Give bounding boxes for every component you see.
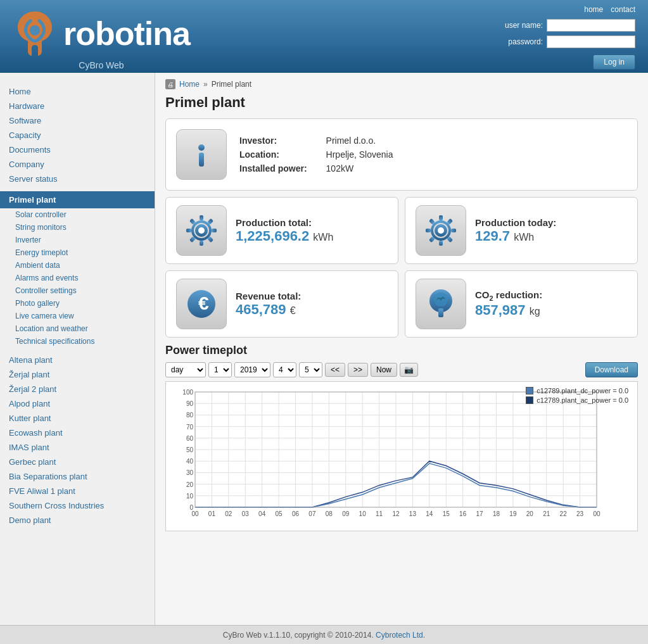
sidebar-link-home[interactable]: Home (0, 84, 155, 99)
password-input[interactable] (547, 35, 635, 48)
info-labels: Investor: Location: Installed power: (239, 136, 307, 174)
timeplot-title: Power timeplot (165, 344, 638, 357)
sidebar-active-item[interactable]: Primel plant (0, 191, 155, 208)
sidebar-sub-energy-timeplot[interactable]: Energy timeplot (0, 246, 155, 259)
info-i-icon (186, 139, 217, 170)
stats-grid: Production total: 1,225,696.2 kWh Produc… (165, 197, 638, 338)
footer-link[interactable]: Cybrotech Ltd. (376, 631, 425, 640)
svg-rect-16 (439, 241, 443, 246)
gear-icon (184, 213, 219, 248)
footer-text: CyBro Web v.1.1.10, copyright © 2010-201… (223, 631, 374, 640)
stat-label: Production today: (475, 217, 627, 228)
sidebar-sub-photo-gallery[interactable]: Photo gallery (0, 297, 155, 310)
stat-card-2: € Revenue total: 465,789 € (165, 270, 398, 338)
stat-label: CO2 reduction: (475, 289, 627, 302)
sidebar-plant-fve-aliwal-1-plant[interactable]: FVE Aliwal 1 plant (0, 484, 155, 498)
sidebar: HomeHardwareSoftwareCapacityDocumentsCom… (0, 73, 155, 625)
next-button[interactable]: >> (348, 363, 368, 377)
robotina-logo-icon (13, 8, 57, 59)
breadcrumb-home-link[interactable]: Home (179, 80, 200, 89)
stat-value: 857,987 kg (475, 302, 627, 319)
stat-card-3: CO2 reduction: 857,987 kg (405, 270, 638, 338)
tree-icon (424, 287, 458, 321)
sidebar-sub-live-camera-view[interactable]: Live camera view (0, 310, 155, 322)
sidebar-plant-kutter-plant[interactable]: Kutter plant (0, 411, 155, 426)
breadcrumb-icon: 🖨 (165, 79, 175, 89)
info-values: Primel d.o.o. Hrpelje, Slovenia 102kW (326, 136, 393, 174)
minute-select[interactable]: 5 (299, 362, 322, 377)
sidebar-link-server-status[interactable]: Server status (0, 172, 155, 186)
sidebar-plant-links: Altena plantŽerjal plantŽerjal 2 plantAl… (0, 353, 155, 527)
prev-button[interactable]: << (325, 363, 345, 377)
sidebar-sub-alarms-and-events[interactable]: Alarms and events (0, 272, 155, 284)
sidebar-plant-imas-plant[interactable]: IMAS plant (0, 440, 155, 455)
stat-text: Revenue total: 465,789 € (236, 291, 388, 318)
header: robotina CyBro Web home contact user nam… (0, 0, 648, 73)
sidebar-plant-alpod-plant[interactable]: Alpod plant (0, 396, 155, 411)
login-button[interactable]: Log in (593, 54, 635, 70)
username-input[interactable] (547, 19, 635, 32)
sidebar-link-hardware[interactable]: Hardware (0, 99, 155, 113)
username-label: user name: (492, 21, 543, 30)
sidebar-plant-žerjal-plant[interactable]: Žerjal plant (0, 367, 155, 382)
year-select[interactable]: 2019 (234, 362, 270, 377)
sidebar-plant-demo-plant[interactable]: Demo plant (0, 513, 155, 527)
sidebar-plant-žerjal-2-plant[interactable]: Žerjal 2 plant (0, 382, 155, 396)
sidebar-sub-inverter[interactable]: Inverter (0, 234, 155, 246)
sidebar-sub-technical-specifications[interactable]: Technical specifications (0, 335, 155, 348)
sidebar-plant-ecowash-plant[interactable]: Ecowash plant (0, 426, 155, 440)
now-button[interactable]: Now (371, 363, 397, 377)
nav-home-link[interactable]: home (584, 5, 603, 14)
legend-label: c12789.plant_ac_power = 0.0 (537, 396, 628, 404)
day-select[interactable]: 1 (208, 362, 232, 377)
username-row: user name: (492, 19, 635, 32)
sidebar-sub-links: Solar controllerString monitorsInverterE… (0, 208, 155, 348)
sidebar-sub-controller-settings[interactable]: Controller settings (0, 284, 155, 297)
stat-unit: kWh (313, 232, 333, 243)
hour-select[interactable]: 4 (273, 362, 296, 377)
logo-area: robotina CyBro Web (13, 8, 190, 70)
camera-button[interactable]: 📷 (400, 363, 418, 377)
sidebar-link-software[interactable]: Software (0, 113, 155, 128)
chart-container: c12789.plant_dc_power = 0.0 c12789.plant… (165, 381, 638, 531)
legend-label: c12789.plant_dc_power = 0.0 (537, 387, 628, 395)
sidebar-link-documents[interactable]: Documents (0, 142, 155, 157)
stat-text: Production total: 1,225,696.2 kWh (236, 217, 388, 244)
legend-item: c12789.plant_dc_power = 0.0 (526, 387, 628, 395)
stat-label: Revenue total: (236, 291, 388, 301)
sidebar-sub-solar-controller[interactable]: Solar controller (0, 208, 155, 221)
stat-unit: € (290, 305, 296, 316)
password-label: password: (492, 37, 543, 46)
sidebar-sub-ambient-data[interactable]: Ambient data (0, 259, 155, 272)
legend-color (526, 396, 533, 404)
period-select[interactable]: dayweekmonth (165, 362, 206, 377)
sidebar-link-company[interactable]: Company (0, 157, 155, 172)
legend-item: c12789.plant_ac_power = 0.0 (526, 396, 628, 404)
svg-point-24 (438, 227, 444, 234)
nav-contact-link[interactable]: contact (611, 5, 635, 14)
sidebar-plant-bia-separations-plant[interactable]: Bia Separations plant (0, 469, 155, 484)
stat-text: CO2 reduction: 857,987 kg (475, 289, 627, 319)
sidebar-sub-location-and-weather[interactable]: Location and weather (0, 322, 155, 335)
svg-point-13 (198, 227, 205, 234)
stat-label: Production total: (236, 217, 388, 228)
download-button[interactable]: Download (585, 362, 638, 377)
sidebar-plant-gerbec-plant[interactable]: Gerbec plant (0, 455, 155, 469)
cybro-label: CyBro Web (13, 60, 190, 70)
svg-rect-29 (438, 308, 443, 317)
password-row: password: (492, 35, 635, 48)
location-label: Location: (239, 149, 307, 160)
chart-canvas (172, 386, 603, 525)
sidebar-sub-string-monitors[interactable]: String monitors (0, 221, 155, 234)
stat-value: 129.7 kWh (475, 228, 627, 244)
page-title: Primel plant (165, 94, 638, 111)
sidebar-link-capacity[interactable]: Capacity (0, 128, 155, 142)
sidebar-plant-southern-cross-industries[interactable]: Southern Cross Industries (0, 498, 155, 513)
stat-unit: kWh (514, 232, 534, 243)
sidebar-plant-altena-plant[interactable]: Altena plant (0, 353, 155, 367)
breadcrumb-separator: » (203, 80, 208, 89)
investor-label: Investor: (239, 136, 307, 146)
stat-icon (416, 205, 466, 256)
svg-rect-11 (212, 229, 217, 232)
info-card: Investor: Location: Installed power: Pri… (165, 118, 638, 191)
